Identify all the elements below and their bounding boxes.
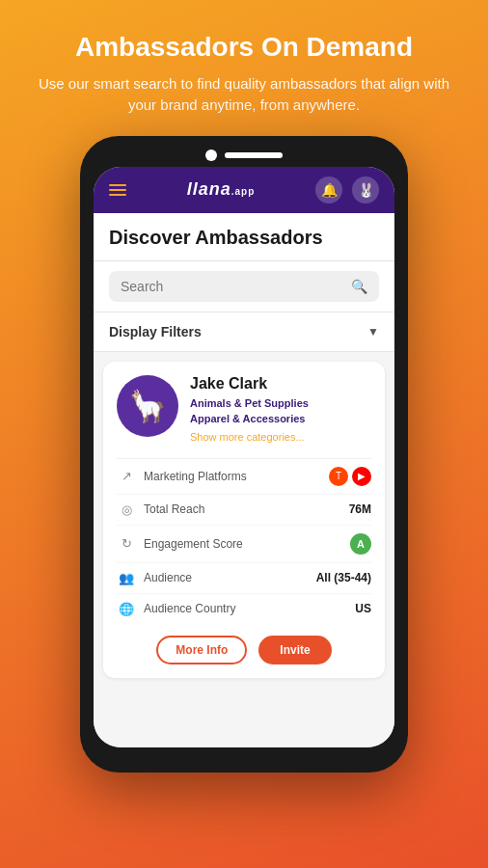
ambassador-name: Jake Clark — [190, 375, 371, 393]
hero-subtitle: Use our smart search to find quality amb… — [23, 73, 465, 117]
engagement-score-row: ↻ Engagement Score A — [117, 526, 371, 563]
total-reach-row: ◎ Total Reach 76M — [117, 495, 371, 526]
hero-section: Ambassadors On Demand Use our smart sear… — [0, 0, 488, 136]
app-logo: llana.app — [187, 179, 256, 200]
audience-icon: 👥 — [117, 571, 136, 585]
phone-frame: llana.app 🔔 🐰 Discover Ambassadors 🔍 — [80, 136, 408, 773]
notification-bell-icon[interactable]: 🔔 — [315, 176, 342, 203]
engagement-icon: ↻ — [117, 536, 136, 551]
platform-icons: T ▶ — [329, 467, 371, 486]
audience-country-value: US — [355, 602, 371, 615]
reach-icon: ◎ — [117, 502, 136, 517]
show-more-categories[interactable]: Show more categories... — [190, 431, 305, 443]
phone-notch — [94, 149, 394, 161]
phone-screen: llana.app 🔔 🐰 Discover Ambassadors 🔍 — [94, 167, 394, 747]
category-tag-2: Apparel & Accessories — [190, 411, 371, 427]
app-content: Discover Ambassadors 🔍 Display Filters ▼ — [94, 213, 394, 747]
invite-button[interactable]: Invite — [258, 636, 331, 665]
avatar: 🦙 — [117, 375, 178, 437]
total-reach-value: 76M — [349, 502, 371, 516]
phone-speaker — [225, 152, 283, 158]
youtube-icon: ▶ — [352, 467, 371, 486]
avatar-image: 🦙 — [128, 388, 167, 424]
search-icon: 🔍 — [351, 279, 367, 294]
nav-icons: 🔔 🐰 — [315, 176, 379, 203]
share-icon: ↗ — [117, 469, 136, 483]
card-buttons: More Info Invite — [117, 624, 371, 665]
filters-label: Display Filters — [109, 324, 202, 339]
card-stats: ↗ Marketing Platforms T ▶ ◎ Total Reach … — [117, 458, 371, 624]
globe-icon: 🌐 — [117, 602, 136, 616]
card-info: Jake Clark Animals & Pet Supplies Appare… — [190, 375, 371, 445]
ambassador-card: 🦙 Jake Clark Animals & Pet Supplies Appa… — [103, 362, 385, 678]
search-input[interactable] — [121, 279, 343, 294]
marketing-platforms-row: ↗ Marketing Platforms T ▶ — [117, 459, 371, 495]
audience-label: Audience — [144, 571, 309, 584]
filters-bar[interactable]: Display Filters ▼ — [94, 312, 394, 352]
tiktok-icon: T — [329, 467, 348, 486]
marketing-platforms-label: Marketing Platforms — [144, 470, 321, 483]
total-reach-label: Total Reach — [144, 502, 341, 516]
audience-country-row: 🌐 Audience Country US — [117, 594, 371, 624]
phone-camera — [205, 149, 217, 161]
card-top: 🦙 Jake Clark Animals & Pet Supplies Appa… — [117, 375, 371, 445]
audience-country-label: Audience Country — [144, 602, 347, 615]
search-bar: 🔍 — [109, 271, 379, 302]
audience-row: 👥 Audience All (35-44) — [117, 563, 371, 594]
hamburger-menu-icon[interactable] — [109, 184, 126, 196]
hero-title: Ambassadors On Demand — [23, 31, 465, 64]
engagement-label: Engagement Score — [144, 537, 342, 551]
chevron-down-icon: ▼ — [367, 325, 379, 339]
app-navbar: llana.app 🔔 🐰 — [94, 167, 394, 213]
more-info-button[interactable]: More Info — [156, 636, 247, 665]
audience-value: All (35-44) — [316, 571, 371, 584]
discover-header: Discover Ambassadors — [94, 213, 394, 261]
profile-icon[interactable]: 🐰 — [352, 176, 379, 203]
engagement-badge: A — [350, 533, 371, 555]
category-tag-1: Animals & Pet Supplies — [190, 395, 371, 412]
search-container: 🔍 — [94, 261, 394, 312]
page-title: Discover Ambassadors — [109, 227, 379, 249]
